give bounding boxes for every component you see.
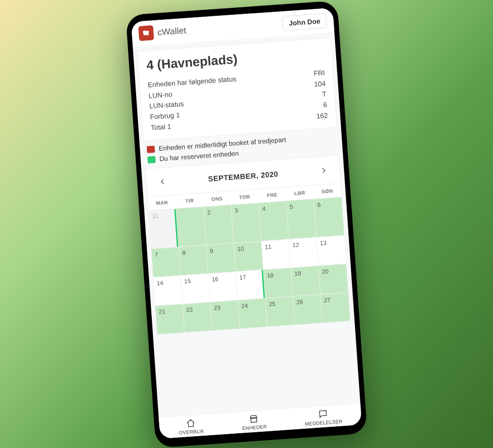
user-menu-button[interactable]: John Doe [282, 13, 327, 31]
content: 4 (Havneplads) Enheden har følgende stat… [133, 32, 360, 417]
calendar-cell[interactable]: 16 [209, 272, 238, 302]
calendar-cell[interactable] [176, 207, 206, 247]
wallet-icon [138, 25, 154, 41]
calendar-cell[interactable]: 31 [149, 208, 179, 249]
nav-units-label: ENHEDER [242, 424, 267, 431]
prev-month-button[interactable] [156, 175, 169, 188]
status-label: Total 1 [150, 121, 172, 133]
calendar-cell[interactable]: 15 [181, 274, 211, 304]
calendar-cell[interactable]: 12 [289, 237, 318, 268]
status-value: FRI [314, 68, 325, 79]
calendar-cell[interactable]: 9 [207, 243, 236, 274]
nav-messages-label: MEDDELELSER [305, 418, 343, 426]
calendar-dow: SØN [313, 183, 342, 199]
chevron-right-icon [320, 167, 327, 174]
calendar-day-number: 11 [265, 243, 272, 251]
calendar-day-number: 5 [289, 203, 293, 210]
calendar-cell[interactable]: 21 [155, 304, 185, 334]
calendar-day-number: 6 [317, 201, 321, 208]
calendar-day-number: 23 [213, 304, 220, 311]
calendar-day-number: 15 [184, 277, 191, 285]
nav-overview[interactable]: OVERBLIK [178, 417, 205, 436]
calendar-day-number: 10 [237, 245, 244, 252]
message-icon [318, 409, 328, 419]
brand[interactable]: cWallet [138, 23, 186, 41]
next-month-button[interactable] [317, 164, 330, 177]
calendar-day-number: 20 [322, 268, 329, 276]
nav-overview-label: OVERBLIK [178, 428, 204, 436]
calendar-cell[interactable]: 3 [231, 203, 261, 243]
calendar-dow: LØR [285, 185, 314, 201]
nav-units[interactable]: ENHEDER [241, 413, 267, 431]
nav-messages[interactable]: MEDDELELSER [304, 408, 343, 426]
app-name: cWallet [157, 25, 187, 37]
calendar-day-number: 2 [207, 209, 211, 216]
calendar-cell[interactable]: 6 [314, 197, 344, 237]
calendar-cell[interactable]: 17 [236, 270, 266, 300]
page-title: 4 (Havneplads) [146, 45, 324, 73]
status-value: T [322, 89, 327, 100]
calendar-dow: ONS [203, 191, 231, 207]
calendar-day-number: 16 [211, 276, 218, 283]
calendar-cell[interactable]: 22 [183, 302, 212, 332]
calendar-cell[interactable]: 13 [317, 235, 346, 266]
calendar-day-number: 14 [156, 279, 163, 287]
calendar-cell[interactable]: 18 [264, 268, 293, 298]
calendar-cell[interactable]: 2 [204, 205, 234, 245]
status-label: Forbrug 1 [150, 109, 180, 122]
calendar-grid: 3123456789101112131415161718192021222324… [149, 197, 351, 334]
calendar-cell[interactable]: 10 [234, 241, 264, 272]
calendar-day-number: 4 [262, 205, 266, 212]
calendar-day-number: 13 [320, 240, 327, 247]
calendar-cell[interactable]: 7 [151, 247, 181, 277]
status-value: 162 [316, 110, 328, 121]
calendar-dow: FRE [258, 187, 286, 203]
calendar-cell[interactable]: 19 [291, 266, 320, 296]
home-icon [186, 418, 196, 428]
calendar-day-number: 31 [152, 212, 159, 220]
calendar-cell[interactable]: 26 [293, 294, 322, 325]
calendar-cell[interactable]: 14 [153, 275, 183, 306]
calendar-cell[interactable]: 24 [238, 298, 268, 329]
calendar-day-number: 24 [241, 302, 248, 310]
calendar-dow: TIR [176, 193, 204, 208]
calendar-day-number: 27 [324, 296, 331, 304]
status-value: 6 [323, 100, 327, 110]
calendar-dow: MAN [148, 195, 176, 210]
calendar-day-number: 3 [235, 207, 239, 214]
calendar-dow: TOR [230, 189, 259, 205]
calendar-cell[interactable]: 27 [320, 292, 350, 323]
calendar-title: SEPTEMBER, 2020 [208, 170, 278, 183]
calendar-day-number: 12 [292, 241, 299, 249]
calendar-day-number: 22 [186, 306, 193, 313]
chevron-left-icon [159, 178, 166, 185]
calendar-cell[interactable]: 4 [259, 201, 289, 241]
calendar-day-number: 18 [267, 272, 274, 279]
calendar-cell[interactable]: 23 [211, 300, 240, 331]
calendar-cell[interactable]: 25 [266, 296, 295, 327]
calendar-day-number: 19 [294, 270, 301, 277]
store-icon [248, 414, 259, 424]
swatch-green-icon [147, 156, 156, 163]
calendar-card: SEPTEMBER, 2020 MANTIRONSTORFRELØRSØN 31… [145, 155, 351, 335]
calendar-day-number: 25 [269, 300, 276, 308]
calendar-day-number: 17 [239, 274, 246, 281]
status-value: 104 [314, 78, 326, 89]
calendar-cell[interactable]: 5 [286, 199, 317, 239]
status-label: LUN-no [148, 89, 173, 101]
svg-rect-1 [145, 31, 149, 35]
calendar-day-number: 26 [296, 298, 303, 306]
unit-status-card: 4 (Havneplads) Enheden har følgende stat… [137, 37, 337, 141]
calendar-day-number: 8 [182, 249, 186, 256]
calendar-day-number: 21 [159, 308, 166, 315]
calendar-cell[interactable]: 11 [261, 239, 291, 270]
phone-frame: cWallet John Doe 4 (Havneplads) Enheden … [126, 0, 367, 448]
screen: cWallet John Doe 4 (Havneplads) Enheden … [131, 7, 362, 439]
calendar-cell[interactable]: 8 [179, 245, 209, 276]
calendar-day-number: 7 [154, 251, 158, 258]
calendar-cell[interactable]: 20 [318, 264, 348, 294]
swatch-red-icon [146, 145, 155, 153]
calendar-day-number: 9 [210, 247, 213, 254]
